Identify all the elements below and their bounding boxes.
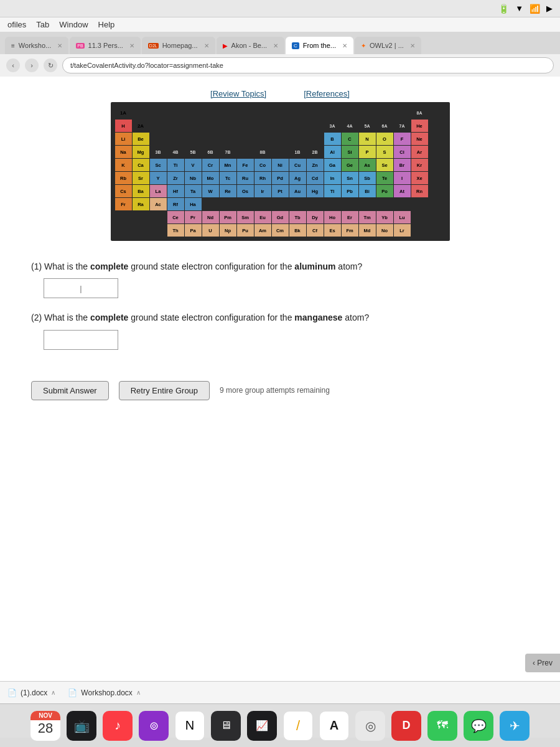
file-expand-2[interactable]: ∧ [136,689,141,696]
q1-prefix: (1) What is the [31,261,90,271]
dock-day: 28 [38,721,53,735]
dock-podcast[interactable]: ⊚ [139,711,169,741]
tab-label-d2l: Homepag... [162,42,198,49]
file-name-1: (1).docx [21,688,47,697]
dock-app-d[interactable]: D [391,711,421,741]
tab-label-fromthe: From the... [303,42,336,49]
review-topics-link[interactable]: [Review Topics] [210,89,266,98]
address-bar-row: ‹ › ↻ t/takeCovalentActivity.do?locator=… [0,54,560,77]
tab-favicon-akon: ▶ [223,42,228,49]
periodic-table: 1A 8A H 2A 3A 4A 5A 6A 7A He [111,102,450,241]
dock-tv[interactable]: 📺 [67,711,96,741]
q2-suffix: atom? [342,312,369,322]
tab-close-d2l[interactable]: ✕ [204,42,209,49]
file-bar: 📄 (1).docx ∧ 📄 Workshop.docx ∧ [0,681,560,703]
wifi-icon: ▼ [515,4,523,13]
q1-answer-input[interactable] [44,279,118,298]
dock-sketch[interactable]: / [283,711,313,741]
reload-button[interactable]: ↻ [44,59,57,72]
q2-bold1: complete [90,312,128,322]
menu-window[interactable]: Window [59,20,88,29]
button-row: Submit Answer Retry Entire Group 9 more … [19,381,541,400]
menu-ofiles[interactable]: ofiles [7,20,26,29]
tab-favicon-fromthe: C [292,42,299,49]
tab-d2l[interactable]: D2L Homepag... ✕ [142,37,215,54]
play-icon: ▶ [546,4,553,13]
ptable: 1A 8A H 2A 3A 4A 5A 6A 7A He [114,106,446,237]
tab-label-pb: 11.3 Pers... [88,42,123,49]
dock-telegram[interactable]: ✈ [500,711,530,741]
tab-label-workshop: Worksho... [19,42,51,49]
file-icon-1: 📄 [7,688,17,697]
dock-maps[interactable]: 🗺 [427,711,457,741]
prev-button[interactable]: ‹ Prev [525,654,560,672]
submit-answer-button[interactable]: Submit Answer [31,381,109,400]
tab-favicon-pb: PB [76,43,84,49]
question-2: (2) What is the complete ground state el… [31,311,529,349]
tab-owlv2[interactable]: ✦ OWLv2 | ... ✕ [355,37,421,54]
tab-favicon-d2l: D2L [148,43,159,49]
q2-bold2: manganese [294,312,342,322]
q1-answer-box[interactable] [44,278,118,298]
address-bar[interactable]: t/takeCovalentActivity.do?locator=assign… [62,57,554,73]
q2-prefix: (2) What is the [31,312,90,322]
q2-answer-box[interactable] [44,330,118,350]
tab-close-akon[interactable]: ✕ [273,42,278,49]
dock-font-book[interactable]: A [319,711,349,741]
dock-calendar[interactable]: NOV 28 [30,711,60,741]
file-icon-2: 📄 [68,688,77,697]
address-text: t/takeCovalentActivity.do?locator=assign… [70,62,223,69]
page-content: [Review Topics] [References] 1A 8A H 2A … [0,77,560,738]
tab-pb[interactable]: PB 11.3 Pers... ✕ [70,37,141,54]
tab-akon[interactable]: ▶ Akon - Be... ✕ [217,37,284,54]
tab-workshop[interactable]: ≡ Worksho... ✕ [5,37,68,54]
dock: NOV 28 📺 ♪ ⊚ N 🖥 📈 / A ◎ D 🗺 💬 ✈ [0,703,560,747]
ref-links: [Review Topics] [References] [19,89,541,98]
tab-close-pb[interactable]: ✕ [129,42,134,49]
dock-messages[interactable]: 💬 [464,711,493,741]
back-button[interactable]: ‹ [6,59,20,72]
tab-close-owlv2[interactable]: ✕ [410,42,415,49]
q1-suffix: atom? [335,261,362,271]
tab-bar: ≡ Worksho... ✕ PB 11.3 Pers... ✕ D2L Hom… [0,32,560,54]
q1-middle: ground state electron configuration for … [128,261,294,271]
dock-news[interactable]: N [175,711,205,741]
q2-middle: ground state electron configuration for … [128,312,294,322]
tab-close-fromthe[interactable]: ✕ [342,42,347,49]
dock-stocks[interactable]: 📈 [247,711,277,741]
question-1: (1) What is the complete ground state el… [31,260,529,298]
dock-month: NOV [30,711,60,720]
questions-section: (1) What is the complete ground state el… [19,253,541,369]
periodic-table-container: 1A 8A H 2A 3A 4A 5A 6A 7A He [19,102,541,241]
file-item-1[interactable]: 📄 (1).docx ∧ [7,688,55,697]
tab-favicon-workshop: ≡ [11,42,15,49]
tab-favicon-owlv2: ✦ [361,42,366,49]
forward-button[interactable]: › [25,59,39,72]
q1-bold2: aluminum [294,261,335,271]
q1-bold1: complete [90,261,128,271]
tab-fromthe[interactable]: C From the... ✕ [286,37,353,54]
menu-tab[interactable]: Tab [36,20,49,29]
attempts-text: 9 more group attempts remaining [220,386,330,395]
file-name-2: Workshop.docx [81,688,132,697]
references-link[interactable]: [References] [304,89,350,98]
tab-label-akon: Akon - Be... [231,42,267,49]
dock-monitor[interactable]: 🖥 [211,711,241,741]
system-bar: 🔋 ▼ 📶 ▶ [0,0,560,17]
tab-label-owlv2: OWLv2 | ... [370,42,404,49]
file-expand-1[interactable]: ∧ [51,689,55,696]
tab-close-workshop[interactable]: ✕ [57,42,62,49]
retry-group-button[interactable]: Retry Entire Group [119,381,210,400]
menu-help[interactable]: Help [98,20,115,29]
file-item-2[interactable]: 📄 Workshop.docx ∧ [68,688,140,697]
dock-music[interactable]: ♪ [103,711,133,741]
battery-icon: 🔋 [498,4,509,14]
q2-answer-input[interactable] [44,331,118,349]
wifi-signal-icon: 📶 [530,4,540,14]
menu-bar: ofiles Tab Window Help [0,17,560,32]
dock-circle[interactable]: ◎ [355,711,385,741]
